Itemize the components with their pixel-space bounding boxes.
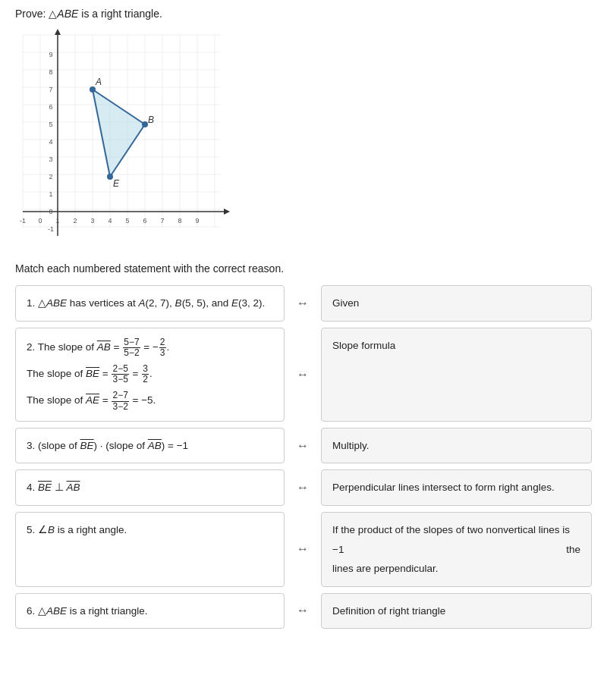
table-row: 4. BE ⊥ AB ↔ Perpendicular lines interse… — [15, 469, 592, 506]
reason-2: Slope formula — [321, 328, 592, 422]
svg-text:6: 6 — [49, 103, 52, 111]
graph-container: -1 0 1 2 3 4 5 6 7 8 9 0 1 2 3 4 5 6 7 8… — [15, 27, 235, 247]
svg-text:3: 3 — [49, 155, 52, 163]
svg-text:8: 8 — [178, 217, 181, 224]
statement-2: 2. The slope of AB = 5−75−2 = −23. The s… — [15, 328, 285, 422]
svg-text:9: 9 — [195, 217, 199, 224]
svg-text:7: 7 — [160, 217, 164, 224]
arrow-1: ↔ — [289, 285, 316, 322]
svg-text:-1: -1 — [20, 217, 26, 224]
arrow-2: ↔ — [289, 328, 316, 422]
svg-text:2: 2 — [49, 173, 52, 180]
svg-marker-27 — [55, 29, 61, 35]
statement-6: 6. △ABE is a right triangle. — [15, 593, 285, 629]
arrow-4: ↔ — [289, 469, 316, 506]
proof-table: 1. △ABE has vertices at A(2, 7), B(5, 5)… — [15, 285, 592, 629]
arrow-6: ↔ — [289, 593, 316, 629]
reason-3: Multiply. — [321, 428, 592, 464]
svg-text:4: 4 — [108, 217, 112, 224]
statement-5: 5. ∠B is a right angle. — [15, 512, 285, 587]
svg-point-54 — [90, 86, 96, 93]
svg-text:1: 1 — [49, 190, 52, 198]
svg-text:-1: -1 — [48, 225, 54, 233]
statement-4: 4. BE ⊥ AB — [15, 469, 285, 506]
svg-text:7: 7 — [49, 86, 52, 93]
reason-4: Perpendicular lines intersect to form ri… — [321, 469, 592, 506]
table-row: 2. The slope of AB = 5−75−2 = −23. The s… — [15, 328, 592, 422]
reason-1: Given — [321, 285, 592, 322]
arrow-3: ↔ — [289, 428, 316, 464]
prove-text: Prove: △ABE is a right triangle. — [15, 8, 592, 20]
svg-text:B: B — [148, 115, 154, 125]
svg-text:5: 5 — [125, 217, 129, 224]
svg-marker-26 — [224, 209, 230, 215]
statement-1: 1. △ABE has vertices at A(2, 7), B(5, 5)… — [15, 285, 285, 322]
svg-text:0: 0 — [49, 208, 52, 215]
svg-text:9: 9 — [49, 51, 52, 58]
svg-text:0: 0 — [38, 217, 42, 224]
match-instruction: Match each numbered statement with the c… — [15, 262, 592, 275]
svg-text:1: 1 — [55, 217, 59, 224]
svg-point-55 — [142, 121, 148, 127]
table-row: 6. △ABE is a right triangle. ↔ Definitio… — [15, 593, 592, 629]
table-row: 3. (slope of BE) · (slope of AB) = −1 ↔ … — [15, 428, 592, 464]
svg-text:8: 8 — [49, 68, 52, 76]
arrow-5: ↔ — [289, 512, 316, 587]
svg-text:A: A — [95, 77, 102, 87]
statement-3: 3. (slope of BE) · (slope of AB) = −1 — [15, 428, 285, 464]
svg-point-56 — [107, 174, 113, 180]
svg-text:6: 6 — [143, 217, 146, 224]
table-row: 5. ∠B is a right angle. ↔ If the product… — [15, 512, 592, 587]
svg-text:2: 2 — [73, 217, 77, 224]
reason-6: Definition of right triangle — [321, 593, 592, 629]
svg-text:4: 4 — [49, 138, 52, 146]
table-row: 1. △ABE has vertices at A(2, 7), B(5, 5)… — [15, 285, 592, 322]
svg-text:3: 3 — [90, 217, 94, 224]
svg-text:5: 5 — [49, 121, 52, 128]
reason-5: If the product of the slopes of two nonv… — [321, 512, 592, 587]
svg-text:E: E — [113, 178, 120, 189]
